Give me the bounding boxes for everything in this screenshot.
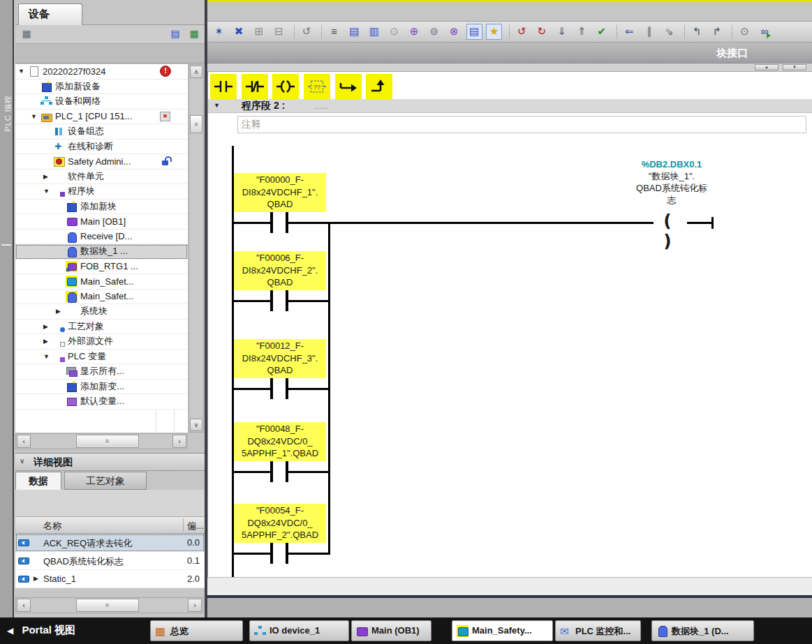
favorite-empty-box-icon[interactable]: ?? [304,74,330,99]
contact-operand-label[interactable]: "F00006_F- DI8x24VDCHF_2". QBAD [234,251,326,290]
block-call-icon[interactable]: ⊗ [446,24,462,40]
download-icon[interactable]: ⇓ [554,24,570,40]
call-structure-icon[interactable]: ⇐ [621,24,637,40]
scroll-left-button[interactable]: ‹ [17,599,31,612]
tree-expander[interactable]: ▼ [31,113,40,120]
cross-reference-icon[interactable]: ⇘ [661,24,677,40]
tab-devices[interactable]: 设备 [18,3,82,25]
next-position-icon[interactable]: ↱ [709,24,725,40]
favorite-open-branch-icon[interactable] [335,74,362,99]
favorite-contact-no-icon[interactable] [210,74,237,99]
scroll-thumb[interactable]: ≡ [76,435,139,448]
collapse-icon[interactable]: ∨ [20,457,24,465]
tree-row[interactable]: ▶ 工艺对象 [15,320,188,335]
compile-icon[interactable]: ✔ [593,24,610,40]
detail-table-row[interactable]: QBAD系统钝化标志 0.1 [15,552,205,570]
tree-expander[interactable]: ▶ [43,323,53,330]
upload-icon[interactable]: ⇑ [574,24,590,40]
splitter-collapse-up-button[interactable]: ▲ [755,64,778,70]
delete-row-icon[interactable]: ⊟ [271,24,287,40]
interface-splitter[interactable]: ▲ ▼ [207,63,812,72]
discard-online-icon[interactable]: ↺ [514,24,530,40]
ladder-contact[interactable]: "F00000_F- DI8x24VDCHF_1". QBAD [208,173,812,234]
contact-operand-label[interactable]: "F00000_F- DI8x24VDCHF_1". QBAD [234,173,326,212]
favorite-close-branch-icon[interactable] [366,74,392,99]
column-offset[interactable]: 偏... [187,520,204,532]
tree-expander[interactable]: ▶ [43,173,53,180]
tree-row[interactable]: 数据块_1 ... [15,244,188,260]
favorites-toggle-icon[interactable]: ★ [486,24,502,40]
scroll-right-button[interactable]: › [172,435,186,448]
scroll-up-button[interactable]: ∧ [190,66,202,78]
restore-online-icon[interactable]: ↻ [533,24,549,40]
network-close-icon[interactable]: ▥ [366,24,382,40]
previous-position-icon[interactable]: ↰ [689,24,705,40]
coil-icon[interactable]: ( ) [652,211,688,251]
contact-operand-label[interactable]: "F00048_F- DQ8x24VDC/0_ 5APPHF_1".QBAD [234,422,326,461]
tree-row[interactable]: 设备和网络 [15,94,188,110]
network-comment-field[interactable]: 注释 [237,116,806,133]
tree-row[interactable]: Receive [D... [15,230,188,245]
insert-row-icon[interactable]: ⊞ [251,24,267,40]
network-comments-icon[interactable]: ⊙ [386,24,402,40]
tree-row[interactable]: 添加新块 [15,200,188,215]
tree-expander[interactable]: ▼ [43,353,53,360]
monitoring-icon[interactable]: ∞ [757,24,773,40]
scroll-left-button[interactable]: ‹ [17,435,31,448]
ladder-contact[interactable]: "F00012_F- DI8x24VDCHF_3". QBAD [208,339,812,400]
taskbar-button[interactable]: PLC 监控和... [555,620,641,641]
splitter-collapse-down-button[interactable]: ▼ [783,64,806,70]
tree-row[interactable]: FOB_RTG1 ... [15,260,188,275]
keep-actual-values-icon[interactable]: ↺ [299,24,315,40]
detail-table-row[interactable]: ▶ Static_1 2.0 [15,570,205,588]
network-title-bar[interactable]: ▼ 程序段 2 : ..... [208,99,812,113]
tree-expander[interactable]: ▼ [18,68,28,75]
portal-view-button[interactable]: ◀ Portal 视图 [7,624,75,637]
ladder-contact[interactable]: "F00006_F- DI8x24VDCHF_2". QBAD [208,251,812,313]
tree-row[interactable]: Main_Safet... [15,290,188,305]
detail-table-row[interactable]: ACK_REQ请求去钝化 0.0 [15,534,205,552]
insert-network-icon[interactable]: ✶ [211,24,227,40]
tree-row[interactable]: 添加新变... [15,380,188,395]
tab-tech-objects[interactable]: 工艺对象 [64,472,147,490]
network-open-icon[interactable]: ▤ [346,24,362,40]
tree-row[interactable]: ▶ 软件单元 [15,170,188,185]
ladder-contact[interactable]: "F00048_F- DQ8x24VDC/0_ 5APPHF_1".QBAD [208,422,812,484]
favorite-contact-nc-icon[interactable] [242,74,268,99]
detail-horizontal-scrollbar[interactable]: ‹ ≡ › [15,597,203,613]
tree-row[interactable]: Main [OB1] [15,214,188,230]
column-separator[interactable] [183,518,184,532]
tree-row[interactable]: ▼ 20220227f0324 [15,64,188,80]
delete-network-icon[interactable]: ✖ [231,24,247,40]
tree-row[interactable]: Safety Admini... [15,154,188,170]
taskbar-button[interactable]: IO device_1 [249,620,349,641]
row-expander[interactable]: ▶ [34,575,38,582]
filter-icon[interactable]: ▦ [20,27,34,41]
insert-ff-call-icon[interactable]: ⊕ [406,24,422,40]
taskbar-button[interactable]: Main_Safety... [452,620,553,641]
tree-row[interactable]: ▼ PLC 变量 [15,350,188,365]
tree-row[interactable]: Main_Safet... [15,274,188,290]
taskbar-button[interactable]: Main (OB1) [351,620,431,641]
tree-row[interactable]: 设备组态 [15,124,188,140]
scroll-down-button[interactable]: ∨ [190,419,202,431]
contact-operand-label[interactable]: "F00012_F- DI8x24VDCHF_3". QBAD [234,339,326,378]
column-name[interactable]: 名称 [43,520,61,532]
details-view-icon[interactable]: ▤ [168,27,182,41]
scroll-thumb[interactable]: ≡ [76,599,139,612]
tree-row[interactable]: 默认变量... [15,394,188,410]
assignment-list-icon[interactable]: ∥ [642,24,658,40]
tree-expander[interactable]: ▶ [56,308,66,315]
scroll-thumb[interactable]: ≡ [190,115,202,133]
block-interface-bar[interactable]: 块接口 [207,43,812,63]
contact-operand-label[interactable]: "F00054_F- DQ8x24VDC/0_ 5APPHF_2".QBAD [234,504,326,543]
export-icon[interactable]: ▦ [187,27,201,41]
coil-operand-label[interactable]: %DB2.DBX0.1 "数据块_1". QBAD系统钝化标 志 [624,158,719,206]
favorite-coil-icon[interactable] [272,74,299,99]
tree-expander[interactable]: ▶ [43,338,53,345]
ladder-contact[interactable]: "F00054_F- DQ8x24VDC/0_ 5APPHF_2".QBAD [208,504,812,565]
find-replace-icon[interactable]: ⊙ [737,24,753,40]
taskbar-button[interactable]: 总览 [150,620,243,641]
network-expander[interactable]: ▼ [214,102,220,109]
expand-networks-icon[interactable]: ▤ [466,24,482,40]
